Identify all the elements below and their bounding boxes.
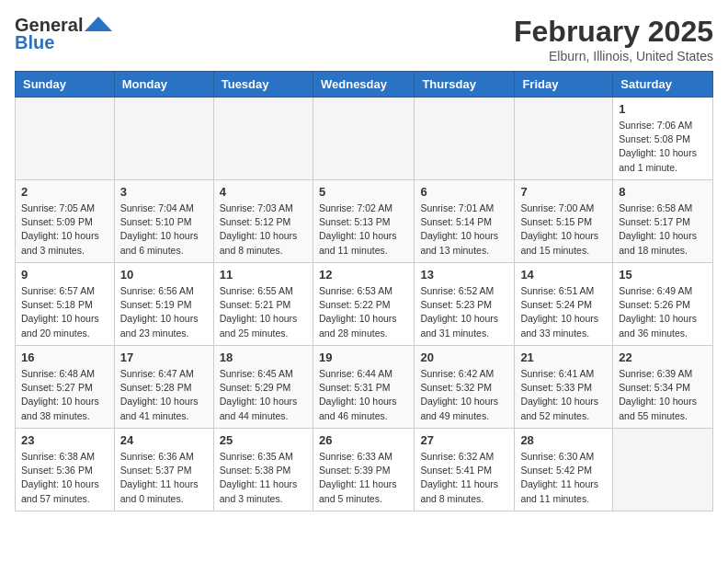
day-info: Sunrise: 7:00 AM Sunset: 5:15 PM Dayligh… — [520, 201, 607, 258]
calendar-cell: 12Sunrise: 6:53 AM Sunset: 5:22 PM Dayli… — [313, 263, 414, 346]
weekday-header: Friday — [515, 72, 613, 98]
calendar-cell: 21Sunrise: 6:41 AM Sunset: 5:33 PM Dayli… — [515, 346, 613, 429]
day-info: Sunrise: 6:36 AM Sunset: 5:37 PM Dayligh… — [120, 450, 208, 506]
day-number: 4 — [220, 185, 307, 199]
day-info: Sunrise: 6:52 AM Sunset: 5:23 PM Dayligh… — [420, 284, 508, 340]
week-row: 2Sunrise: 7:05 AM Sunset: 5:09 PM Daylig… — [16, 180, 713, 263]
calendar-cell: 22Sunrise: 6:39 AM Sunset: 5:34 PM Dayli… — [613, 346, 713, 429]
day-number: 23 — [21, 433, 108, 447]
day-info: Sunrise: 7:01 AM Sunset: 5:14 PM Dayligh… — [420, 201, 508, 258]
day-info: Sunrise: 7:04 AM Sunset: 5:10 PM Dayligh… — [120, 201, 208, 258]
logo-blue: Blue — [15, 32, 54, 53]
day-info: Sunrise: 6:30 AM Sunset: 5:42 PM Dayligh… — [520, 450, 607, 506]
calendar-cell: 2Sunrise: 7:05 AM Sunset: 5:09 PM Daylig… — [16, 180, 115, 263]
calendar-cell: 24Sunrise: 6:36 AM Sunset: 5:37 PM Dayli… — [114, 429, 213, 511]
day-info: Sunrise: 7:05 AM Sunset: 5:09 PM Dayligh… — [21, 201, 108, 258]
day-number: 6 — [420, 185, 508, 199]
day-info: Sunrise: 6:42 AM Sunset: 5:32 PM Dayligh… — [420, 367, 508, 423]
day-info: Sunrise: 6:35 AM Sunset: 5:38 PM Dayligh… — [220, 450, 307, 506]
calendar-cell — [613, 429, 713, 511]
day-number: 13 — [420, 268, 508, 282]
calendar-cell: 14Sunrise: 6:51 AM Sunset: 5:24 PM Dayli… — [515, 263, 613, 346]
day-number: 20 — [420, 350, 508, 364]
calendar-cell: 4Sunrise: 7:03 AM Sunset: 5:12 PM Daylig… — [213, 180, 313, 263]
day-info: Sunrise: 7:02 AM Sunset: 5:13 PM Dayligh… — [319, 201, 408, 258]
day-number: 10 — [120, 268, 208, 282]
week-row: 16Sunrise: 6:48 AM Sunset: 5:27 PM Dayli… — [16, 346, 713, 429]
calendar-cell — [415, 98, 515, 180]
day-info: Sunrise: 6:55 AM Sunset: 5:21 PM Dayligh… — [220, 284, 307, 340]
week-row: 1Sunrise: 7:06 AM Sunset: 5:08 PM Daylig… — [16, 98, 713, 180]
day-number: 1 — [619, 102, 707, 116]
logo-icon — [85, 15, 112, 33]
day-info: Sunrise: 6:53 AM Sunset: 5:22 PM Dayligh… — [319, 284, 408, 340]
calendar-subtitle: Elburn, Illinois, United States — [514, 49, 713, 63]
day-number: 3 — [120, 185, 208, 199]
day-number: 16 — [21, 350, 108, 364]
calendar-cell: 3Sunrise: 7:04 AM Sunset: 5:10 PM Daylig… — [114, 180, 213, 263]
day-info: Sunrise: 6:58 AM Sunset: 5:17 PM Dayligh… — [619, 201, 707, 258]
calendar-cell: 28Sunrise: 6:30 AM Sunset: 5:42 PM Dayli… — [515, 429, 613, 511]
calendar-cell: 25Sunrise: 6:35 AM Sunset: 5:38 PM Dayli… — [213, 429, 313, 511]
calendar-cell — [114, 98, 213, 180]
day-info: Sunrise: 6:56 AM Sunset: 5:19 PM Dayligh… — [120, 284, 208, 340]
day-number: 18 — [220, 350, 307, 364]
calendar-cell: 9Sunrise: 6:57 AM Sunset: 5:18 PM Daylig… — [16, 263, 115, 346]
week-row: 9Sunrise: 6:57 AM Sunset: 5:18 PM Daylig… — [16, 263, 713, 346]
calendar-cell: 15Sunrise: 6:49 AM Sunset: 5:26 PM Dayli… — [613, 263, 713, 346]
calendar-cell: 7Sunrise: 7:00 AM Sunset: 5:15 PM Daylig… — [515, 180, 613, 263]
calendar-cell — [213, 98, 313, 180]
weekday-header: Thursday — [415, 72, 515, 98]
day-number: 8 — [619, 185, 707, 199]
weekday-header: Saturday — [613, 72, 713, 98]
day-number: 28 — [520, 433, 607, 447]
calendar-cell: 1Sunrise: 7:06 AM Sunset: 5:08 PM Daylig… — [613, 98, 713, 180]
day-number: 12 — [319, 268, 408, 282]
day-info: Sunrise: 6:51 AM Sunset: 5:24 PM Dayligh… — [520, 284, 607, 340]
day-info: Sunrise: 6:47 AM Sunset: 5:28 PM Dayligh… — [120, 367, 208, 423]
calendar-cell: 26Sunrise: 6:33 AM Sunset: 5:39 PM Dayli… — [313, 429, 414, 511]
calendar-cell: 11Sunrise: 6:55 AM Sunset: 5:21 PM Dayli… — [213, 263, 313, 346]
day-info: Sunrise: 7:06 AM Sunset: 5:08 PM Dayligh… — [619, 119, 707, 175]
day-number: 26 — [319, 433, 408, 447]
day-number: 9 — [21, 268, 108, 282]
calendar-cell: 18Sunrise: 6:45 AM Sunset: 5:29 PM Dayli… — [213, 346, 313, 429]
day-number: 15 — [619, 268, 707, 282]
day-info: Sunrise: 6:48 AM Sunset: 5:27 PM Dayligh… — [21, 367, 108, 423]
calendar-cell: 16Sunrise: 6:48 AM Sunset: 5:27 PM Dayli… — [16, 346, 115, 429]
logo: General Blue — [15, 15, 112, 53]
day-number: 27 — [420, 433, 508, 447]
day-info: Sunrise: 6:32 AM Sunset: 5:41 PM Dayligh… — [420, 450, 508, 506]
day-info: Sunrise: 6:39 AM Sunset: 5:34 PM Dayligh… — [619, 367, 707, 423]
day-number: 24 — [120, 433, 208, 447]
svg-marker-0 — [85, 17, 112, 31]
day-number: 7 — [520, 185, 607, 199]
day-info: Sunrise: 6:45 AM Sunset: 5:29 PM Dayligh… — [220, 367, 307, 423]
week-row: 23Sunrise: 6:38 AM Sunset: 5:36 PM Dayli… — [16, 429, 713, 511]
day-info: Sunrise: 6:33 AM Sunset: 5:39 PM Dayligh… — [319, 450, 408, 506]
calendar-cell: 17Sunrise: 6:47 AM Sunset: 5:28 PM Dayli… — [114, 346, 213, 429]
calendar-cell: 8Sunrise: 6:58 AM Sunset: 5:17 PM Daylig… — [613, 180, 713, 263]
calendar-cell: 23Sunrise: 6:38 AM Sunset: 5:36 PM Dayli… — [16, 429, 115, 511]
day-number: 5 — [319, 185, 408, 199]
calendar-cell: 5Sunrise: 7:02 AM Sunset: 5:13 PM Daylig… — [313, 180, 414, 263]
calendar-cell: 6Sunrise: 7:01 AM Sunset: 5:14 PM Daylig… — [415, 180, 515, 263]
day-info: Sunrise: 6:44 AM Sunset: 5:31 PM Dayligh… — [319, 367, 408, 423]
calendar-cell — [16, 98, 115, 180]
calendar-cell: 13Sunrise: 6:52 AM Sunset: 5:23 PM Dayli… — [415, 263, 515, 346]
weekday-header: Wednesday — [313, 72, 414, 98]
day-info: Sunrise: 6:38 AM Sunset: 5:36 PM Dayligh… — [21, 450, 108, 506]
calendar-title: February 2025 — [514, 15, 713, 49]
day-number: 25 — [220, 433, 307, 447]
day-number: 19 — [319, 350, 408, 364]
day-number: 22 — [619, 350, 707, 364]
weekday-header: Tuesday — [213, 72, 313, 98]
calendar-cell: 20Sunrise: 6:42 AM Sunset: 5:32 PM Dayli… — [415, 346, 515, 429]
day-number: 2 — [21, 185, 108, 199]
title-area: February 2025 Elburn, Illinois, United S… — [514, 15, 713, 63]
day-info: Sunrise: 7:03 AM Sunset: 5:12 PM Dayligh… — [220, 201, 307, 258]
calendar-table: SundayMondayTuesdayWednesdayThursdayFrid… — [15, 71, 713, 511]
calendar-cell — [515, 98, 613, 180]
day-number: 14 — [520, 268, 607, 282]
day-info: Sunrise: 6:41 AM Sunset: 5:33 PM Dayligh… — [520, 367, 607, 423]
